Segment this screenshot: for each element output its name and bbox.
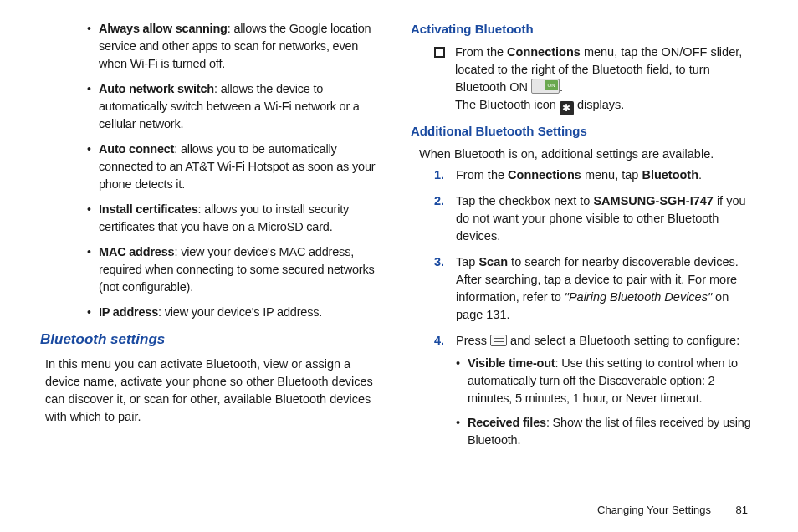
step-4: Press and select a Bluetooth setting to … xyxy=(434,332,758,449)
list-item: IP address: view your device's IP addres… xyxy=(87,304,387,321)
wifi-advanced-bullets: Always allow scanning: allows the Google… xyxy=(87,20,387,321)
activating-step: From the Connections menu, tap the ON/OF… xyxy=(434,43,758,115)
page-number: 81 xyxy=(736,504,748,516)
section-title: Changing Your Settings xyxy=(597,504,711,516)
list-item: Auto network switch: allows the device t… xyxy=(87,80,387,133)
list-item: MAC address: view your device's MAC addr… xyxy=(87,243,387,296)
manual-page: Always allow scanning: allows the Google… xyxy=(0,0,798,532)
right-column: Activating Bluetooth From the Connection… xyxy=(411,20,758,532)
step-1: From the Connections menu, tap Bluetooth… xyxy=(434,166,758,184)
on-switch-icon: ON xyxy=(531,79,560,94)
additional-bt-heading: Additional Bluetooth Settings xyxy=(411,122,758,141)
list-item: Received files: Show the list of files r… xyxy=(456,414,758,449)
step-3: Tap Scan to search for nearby discoverab… xyxy=(434,253,758,324)
list-item: Auto connect: allows you to be automatic… xyxy=(87,141,387,193)
activating-text: From the Connections menu, tap the ON/OF… xyxy=(455,43,758,115)
step-2: Tap the checkbox next to SAMSUNG-SGH-I74… xyxy=(434,192,758,245)
menu-icon xyxy=(490,335,507,346)
list-item: Install certificates: allows you to inst… xyxy=(87,201,387,236)
page-footer: Changing Your Settings 81 xyxy=(597,503,748,519)
activating-bluetooth-heading: Activating Bluetooth xyxy=(411,20,758,38)
bluetooth-settings-heading: Bluetooth settings xyxy=(40,330,387,350)
square-bullet-icon xyxy=(434,47,445,58)
configure-sublist: Visible time-out: Use this setting to co… xyxy=(456,355,758,449)
list-item: Visible time-out: Use this setting to co… xyxy=(456,355,758,407)
bluetooth-settings-para: In this menu you can activate Bluetooth,… xyxy=(45,356,382,426)
list-item: Always allow scanning: allows the Google… xyxy=(87,20,387,73)
left-column: Always allow scanning: allows the Google… xyxy=(40,20,387,532)
additional-intro: When Bluetooth is on, additional setting… xyxy=(419,146,758,163)
additional-steps: From the Connections menu, tap Bluetooth… xyxy=(434,166,758,449)
bluetooth-icon: ✱ xyxy=(560,101,574,115)
